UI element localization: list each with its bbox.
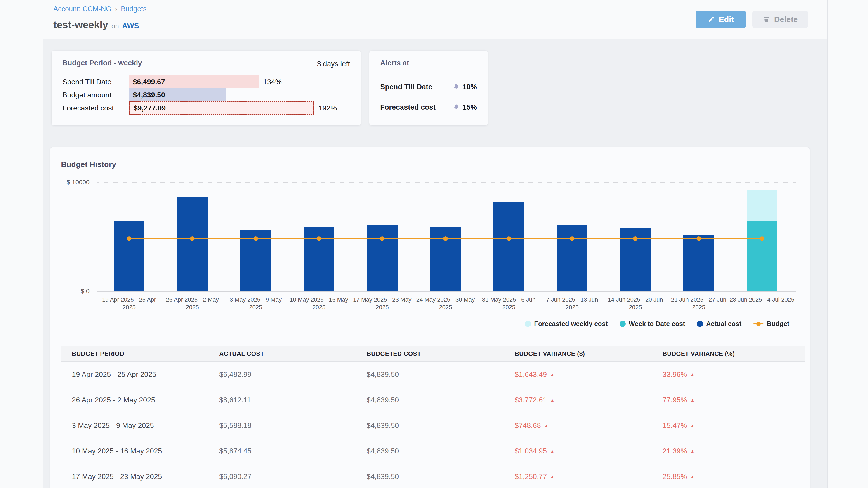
breadcrumb-budgets-link[interactable]: Budgets — [121, 5, 147, 13]
budget-period-cell: 17 May 2025 - 23 May 2025 — [61, 464, 209, 488]
legend-dot-icon — [525, 321, 531, 327]
variance-up-triangle-icon: ▲ — [544, 423, 549, 428]
x-axis-tick-label: 10 May 2025 - 16 May 2025 — [286, 296, 351, 311]
forecast-amount-bar: $9,277.09 — [129, 101, 314, 115]
alert-threshold-value: 15% — [463, 103, 477, 111]
legend-label: Forecasted weekly cost — [534, 320, 608, 328]
budget-variance-usd-cell: $1,250.77▲ — [504, 464, 652, 488]
table-column-header: ACTUAL COST — [209, 346, 356, 362]
actual-cost-cell: $5,874.45 — [209, 438, 356, 464]
legend-item[interactable]: Forecasted weekly cost — [525, 320, 608, 328]
content-panel: Budget Period - weekly 3 days left Spend… — [43, 39, 827, 488]
table-header-row: BUDGET PERIODACTUAL COSTBUDGETED COSTBUD… — [61, 346, 805, 362]
title-row: test-weekly on AWS — [53, 19, 139, 31]
alert-row: Forecasted cost15% — [380, 102, 477, 112]
budget-period-row: Budget amount$4,839.50 — [62, 88, 356, 101]
budget-period-card: Budget Period - weekly 3 days left Spend… — [52, 51, 361, 125]
edit-button-label: Edit — [719, 15, 734, 24]
days-left-label: 3 days left — [317, 60, 350, 68]
actual-cost-cell: $6,482.99 — [209, 362, 356, 387]
variance-up-triangle-icon: ▲ — [550, 449, 555, 454]
legend-item[interactable]: Week to Date cost — [620, 320, 685, 328]
budgeted-cost-cell: $4,839.50 — [356, 438, 504, 464]
variance-up-triangle-icon: ▲ — [550, 474, 555, 479]
content-right-border — [827, 0, 828, 488]
x-axis-tick-label: 14 Jun 2025 - 20 Jun 2025 — [603, 296, 668, 311]
budget-period-row: Forecasted cost$9,277.09192% — [62, 101, 356, 115]
budget-variance-pct-cell: 15.47%▲ — [652, 413, 805, 438]
alerts-card: Alerts at Spend Till Date10%Forecasted c… — [369, 51, 488, 125]
table-row[interactable]: 26 Apr 2025 - 2 May 2025$8,612.11$4,839.… — [61, 387, 805, 413]
budget-period-cell: 26 Apr 2025 - 2 May 2025 — [61, 387, 209, 413]
legend-dot-icon — [620, 321, 626, 327]
x-axis-tick-label: 24 May 2025 - 30 May 2025 — [413, 296, 478, 311]
actual-cost-cell: $6,090.27 — [209, 464, 356, 488]
table-body: 19 Apr 2025 - 25 Apr 2025$6,482.99$4,839… — [61, 362, 805, 488]
table-column-header: BUDGETED COST — [356, 346, 504, 362]
page-title: test-weekly — [53, 19, 108, 31]
alert-threshold-value: 10% — [463, 83, 477, 91]
budget-history-table: BUDGET PERIODACTUAL COSTBUDGETED COSTBUD… — [61, 346, 805, 488]
breadcrumb-account-link[interactable]: Account: CCM-NG — [53, 5, 112, 13]
x-axis-tick-label: 19 Apr 2025 - 25 Apr 2025 — [96, 296, 162, 311]
spend-percent-label: 134% — [263, 78, 282, 86]
budget-period-row: Spend Till Date$6,499.67134% — [62, 75, 356, 88]
legend-label: Week to Date cost — [629, 320, 685, 328]
table-row[interactable]: 3 May 2025 - 9 May 2025$5,588.18$4,839.5… — [61, 413, 805, 438]
x-axis-tick-label: 26 Apr 2025 - 2 May 2025 — [160, 296, 225, 311]
budget-variance-pct-cell: 25.85%▲ — [652, 464, 805, 488]
legend-item[interactable]: Budget — [753, 320, 789, 328]
table-row[interactable]: 17 May 2025 - 23 May 2025$6,090.27$4,839… — [61, 464, 805, 488]
budgeted-cost-cell: $4,839.50 — [356, 362, 504, 387]
variance-up-triangle-icon: ▲ — [690, 423, 695, 428]
budget-amount-bar: $4,839.50 — [129, 88, 225, 101]
chevron-right-icon: › — [115, 5, 117, 13]
budget-period-row-label: Budget amount — [62, 91, 129, 99]
budget-line-series — [97, 182, 796, 291]
alert-label: Spend Till Date — [380, 83, 432, 91]
budget-period-cell: 19 Apr 2025 - 25 Apr 2025 — [61, 362, 209, 387]
variance-up-triangle-icon: ▲ — [690, 398, 695, 402]
budget-period-cell: 3 May 2025 - 9 May 2025 — [61, 413, 209, 438]
budget-period-card-title: Budget Period - weekly — [62, 59, 142, 67]
breadcrumb: Account: CCM-NG › Budgets — [53, 5, 147, 13]
x-axis-tick-label: 7 Jun 2025 - 13 Jun 2025 — [539, 296, 604, 311]
x-axis-tick-label: 3 May 2025 - 9 May 2025 — [223, 296, 288, 311]
budget-variance-usd-cell: $3,772.61▲ — [504, 387, 652, 413]
cloud-provider-label: AWS — [122, 22, 139, 30]
actual-cost-cell: $5,588.18 — [209, 413, 356, 438]
x-axis-tick-label: 21 Jun 2025 - 27 Jun 2025 — [666, 296, 731, 311]
budget-variance-usd-cell: $748.68▲ — [504, 413, 652, 438]
budget-variance-pct-cell: 21.39%▲ — [652, 438, 805, 464]
legend-label: Budget — [767, 320, 789, 328]
table-column-header: BUDGET PERIOD — [61, 346, 209, 362]
table-column-header: BUDGET VARIANCE (%) — [652, 346, 805, 362]
budget-variance-usd-cell: $1,034.95▲ — [504, 438, 652, 464]
alert-label: Forecasted cost — [380, 103, 436, 111]
budget-history-title: Budget History — [61, 160, 116, 169]
x-axis-line — [97, 291, 796, 292]
y-axis-label-zero: $ 0 — [41, 288, 90, 295]
table-row[interactable]: 19 Apr 2025 - 25 Apr 2025$6,482.99$4,839… — [61, 362, 805, 387]
budget-history-chart[interactable]: $ 10000 $ 0 19 Apr 2025 - 25 Apr 202526 … — [97, 182, 796, 291]
alert-row: Spend Till Date10% — [380, 82, 477, 92]
actual-cost-cell: $8,612.11 — [209, 387, 356, 413]
spend-amount-bar: $6,499.67 — [129, 75, 258, 88]
y-axis-label-max: $ 10000 — [41, 179, 90, 186]
x-axis-tick-label: 17 May 2025 - 23 May 2025 — [350, 296, 415, 311]
variance-up-triangle-icon: ▲ — [690, 372, 695, 377]
delete-button[interactable]: Delete — [752, 11, 808, 28]
variance-up-triangle-icon: ▲ — [690, 474, 695, 479]
variance-up-triangle-icon: ▲ — [690, 449, 695, 454]
x-axis-tick-label: 31 May 2025 - 6 Jun 2025 — [476, 296, 541, 311]
edit-button[interactable]: Edit — [695, 11, 746, 28]
pencil-icon — [708, 16, 715, 23]
title-connector: on — [112, 22, 119, 30]
delete-button-label: Delete — [774, 15, 798, 24]
x-axis-tick-label: 28 Jun 2025 - 4 Jul 2025 — [730, 296, 795, 303]
budget-history-card: Budget History $ 10000 $ 0 19 Apr 2025 -… — [50, 147, 810, 488]
table-row[interactable]: 10 May 2025 - 16 May 2025$5,874.45$4,839… — [61, 438, 805, 464]
variance-up-triangle-icon: ▲ — [550, 372, 555, 377]
trash-icon — [763, 16, 770, 23]
legend-item[interactable]: Actual cost — [697, 320, 741, 328]
